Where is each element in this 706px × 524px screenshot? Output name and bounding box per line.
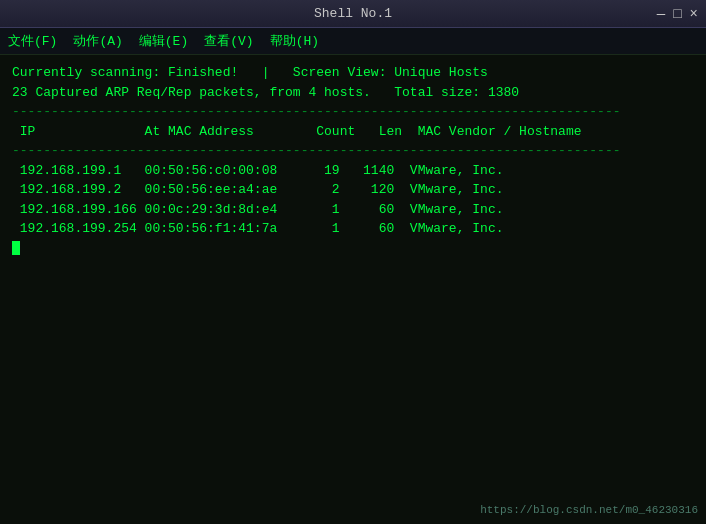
terminal-row-1: 192.168.199.2 00:50:56:ee:a4:ae 2 120 VM… bbox=[12, 180, 694, 200]
close-button[interactable]: × bbox=[690, 6, 698, 22]
menu-item-edit[interactable]: 编辑(E) bbox=[139, 32, 188, 50]
menu-item-file[interactable]: 文件(F) bbox=[8, 32, 57, 50]
menu-item-action[interactable]: 动作(A) bbox=[73, 32, 122, 50]
window-controls: — □ × bbox=[468, 6, 698, 22]
terminal-line-2: 23 Captured ARP Req/Rep packets, from 4 … bbox=[12, 83, 694, 103]
minimize-button[interactable]: — bbox=[657, 6, 665, 22]
menu-item-view[interactable]: 查看(V) bbox=[204, 32, 253, 50]
watermark: https://blog.csdn.net/m0_46230316 bbox=[480, 504, 698, 516]
terminal-row-3: 192.168.199.254 00:50:56:f1:41:7a 1 60 V… bbox=[12, 219, 694, 239]
terminal-separator-2: ----------------------------------------… bbox=[12, 141, 694, 161]
title-bar: Shell No.1 — □ × bbox=[0, 0, 706, 28]
menu-item-help[interactable]: 帮助(H) bbox=[270, 32, 319, 50]
terminal-row-0: 192.168.199.1 00:50:56:c0:00:08 19 1140 … bbox=[12, 161, 694, 181]
menu-bar: 文件(F) 动作(A) 编辑(E) 查看(V) 帮助(H) bbox=[0, 28, 706, 55]
cursor-blink bbox=[12, 241, 20, 255]
terminal-row-2: 192.168.199.166 00:0c:29:3d:8d:e4 1 60 V… bbox=[12, 200, 694, 220]
terminal-header: IP At MAC Address Count Len MAC Vendor /… bbox=[12, 122, 694, 142]
terminal-line-0: Currently scanning: Finished! | Screen V… bbox=[12, 63, 694, 83]
terminal-cursor-line bbox=[12, 239, 694, 259]
terminal-window: Shell No.1 — □ × 文件(F) 动作(A) 编辑(E) 查看(V)… bbox=[0, 0, 706, 524]
maximize-button[interactable]: □ bbox=[673, 6, 681, 22]
window-title: Shell No.1 bbox=[238, 6, 468, 21]
terminal-body[interactable]: Currently scanning: Finished! | Screen V… bbox=[0, 55, 706, 524]
terminal-separator-1: ----------------------------------------… bbox=[12, 102, 694, 122]
